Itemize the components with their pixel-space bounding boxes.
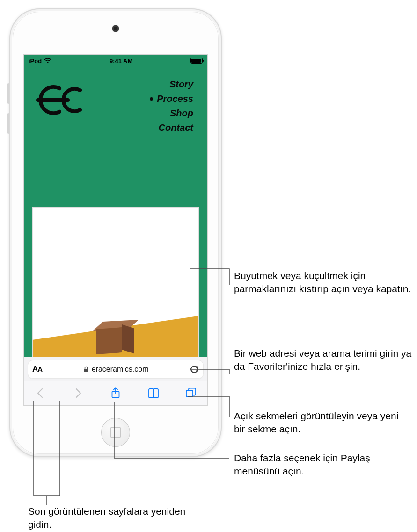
nav-item-story[interactable]: Story — [169, 79, 193, 90]
status-time: 9:41 AM — [110, 58, 132, 65]
svg-rect-1 — [84, 369, 88, 372]
web-page-content[interactable]: Story Process Shop Contact — [24, 67, 207, 357]
nav-item-contact[interactable]: Contact — [159, 122, 193, 133]
callout-navback: Son görüntülenen sayfalara yeniden gidin… — [28, 505, 206, 532]
product-hero-image — [32, 207, 199, 357]
screen: iPod 9:41 AM — [23, 54, 208, 406]
wifi-icon — [44, 58, 51, 64]
lock-icon — [83, 366, 89, 373]
nav-item-shop[interactable]: Shop — [170, 108, 193, 119]
volume-up-button — [7, 83, 9, 104]
callout-tabs: Açık sekmeleri görüntüleyin veya yeni bi… — [234, 410, 412, 436]
forward-button[interactable] — [70, 385, 86, 401]
tabs-button[interactable] — [183, 385, 199, 401]
url-domain: eraceramics.com — [92, 365, 149, 374]
site-nav: Story Process Shop Contact — [150, 79, 193, 133]
safari-toolbar — [24, 381, 207, 405]
url-text[interactable]: eraceramics.com — [46, 365, 186, 374]
callout-zoom: Büyütmek veya küçültmek için parmakların… — [234, 269, 412, 296]
callout-address: Bir web adresi veya arama terimi girin y… — [234, 347, 412, 374]
svg-rect-5 — [186, 390, 193, 397]
callout-share: Daha fazla seçenek için Paylaş menüsünü … — [234, 452, 412, 478]
text-size-button[interactable]: AA — [32, 365, 42, 374]
status-left: iPod — [29, 58, 51, 65]
reload-icon[interactable] — [190, 365, 199, 374]
share-button[interactable] — [108, 385, 124, 401]
active-bullet-icon — [150, 97, 153, 101]
address-bar-container: AA eraceramics.com — [24, 357, 207, 381]
status-right — [190, 58, 203, 64]
device-label: iPod — [29, 58, 42, 65]
front-camera — [112, 25, 119, 32]
ceramic-cube-illustration — [96, 320, 134, 353]
volume-down-button — [7, 113, 9, 134]
home-button[interactable] — [101, 418, 130, 447]
nav-item-process[interactable]: Process — [150, 93, 193, 104]
address-bar[interactable]: AA eraceramics.com — [28, 360, 204, 379]
status-bar: iPod 9:41 AM — [24, 55, 207, 67]
site-logo[interactable] — [35, 79, 87, 133]
battery-icon — [190, 58, 203, 64]
back-button[interactable] — [32, 385, 48, 401]
ipod-device-frame: iPod 9:41 AM — [9, 8, 222, 457]
bookmarks-button[interactable] — [146, 385, 161, 401]
